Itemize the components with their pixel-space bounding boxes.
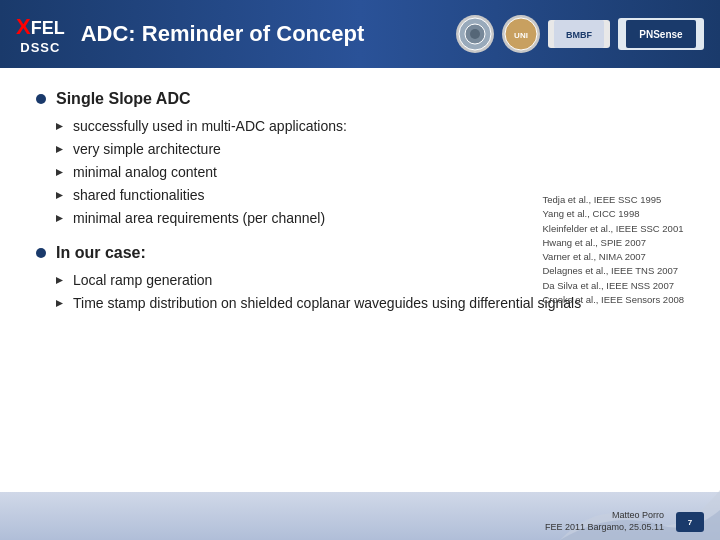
slide-number-badge: 7	[676, 512, 704, 532]
xfel-x-letter: X	[16, 14, 31, 40]
sub-marker	[56, 146, 63, 153]
ref-line: Delagnes et al., IEEE TNS 2007	[542, 264, 684, 278]
sub-marker	[56, 215, 63, 222]
sub-marker	[56, 277, 63, 284]
logo-area: X FEL DSSC	[16, 14, 65, 55]
main-bullet-1: Single Slope ADC	[36, 90, 684, 108]
ref-line: Kleinfelder et al., IEEE SSC 2001	[542, 222, 684, 236]
logo-circle-1	[456, 15, 494, 53]
references-box: Tedja et al., IEEE SSC 1995 Yang et al.,…	[542, 193, 684, 307]
bullet-dot-2	[36, 248, 46, 258]
section2-label: In our case:	[56, 244, 146, 262]
ref-line: Hwang et al., SPIE 2007	[542, 236, 684, 250]
sub-marker	[56, 300, 63, 307]
bullet-dot-1	[36, 94, 46, 104]
header: X FEL DSSC ADC: Reminder of Concept UNI …	[0, 0, 720, 68]
sub-item-text: shared functionalities	[73, 187, 205, 203]
ref-line: Da Silva et al., IEEE NSS 2007	[542, 279, 684, 293]
footer-event: FEE 2011 Bargamo, 25.05.11	[545, 521, 664, 534]
pnsense-logo: PNSense	[618, 18, 704, 50]
ref-line: Tedja et al., IEEE SSC 1995	[542, 193, 684, 207]
sub-item-text: Local ramp generation	[73, 272, 212, 288]
logo-rect-1: BMBF	[548, 20, 610, 48]
header-logos: UNI BMBF PNSense	[456, 15, 704, 53]
sub-marker	[56, 192, 63, 199]
list-item: very simple architecture	[56, 141, 684, 157]
section1-label: Single Slope ADC	[56, 90, 191, 108]
svg-text:BMBF: BMBF	[566, 30, 592, 40]
sub-item-text: successfully used in multi-ADC applicati…	[73, 118, 347, 134]
ref-line: Yang et al., CICC 1998	[542, 207, 684, 221]
svg-text:PNSense: PNSense	[639, 29, 683, 40]
list-item: minimal analog content	[56, 164, 684, 180]
dssc-label: DSSC	[20, 40, 60, 55]
list-item: successfully used in multi-ADC applicati…	[56, 118, 684, 134]
footer-name: Matteo Porro	[545, 509, 664, 522]
xfel-fel-text: FEL	[31, 19, 65, 37]
page-title: ADC: Reminder of Concept	[81, 21, 456, 47]
svg-text:UNI: UNI	[514, 31, 528, 40]
sub-item-text: very simple architecture	[73, 141, 221, 157]
sub-marker	[56, 123, 63, 130]
footer: Matteo Porro FEE 2011 Bargamo, 25.05.11 …	[0, 492, 720, 540]
logo-circle-2: UNI	[502, 15, 540, 53]
sub-marker	[56, 169, 63, 176]
ref-line: Varner et al., NIMA 2007	[542, 250, 684, 264]
ref-line: Crooks et al., IEEE Sensors 2008	[542, 293, 684, 307]
sub-item-text: minimal analog content	[73, 164, 217, 180]
svg-point-2	[470, 29, 480, 39]
sub-item-text: Time stamp distribution on shielded copl…	[73, 295, 581, 311]
sub-item-text: minimal area requirements (per channel)	[73, 210, 325, 226]
